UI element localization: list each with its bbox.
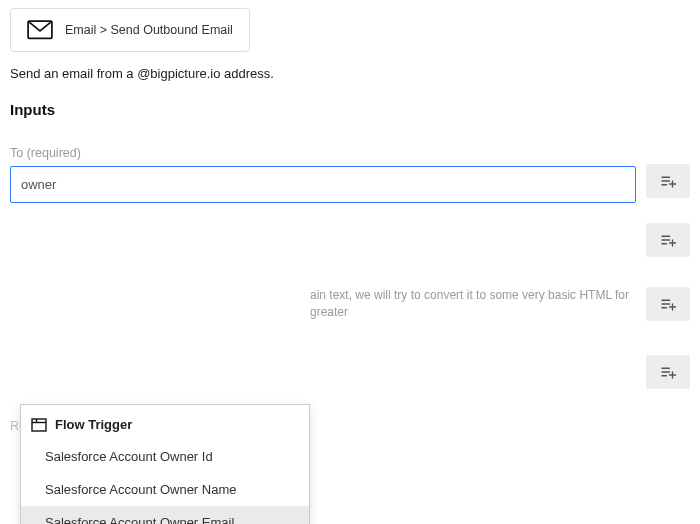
dropdown-item[interactable]: Salesforce Account Owner Name xyxy=(21,473,309,506)
email-icon xyxy=(27,19,53,41)
dropdown-group-label: Flow Trigger xyxy=(55,417,132,432)
body-helper-text: ain text, we will try to convert it to s… xyxy=(10,287,636,321)
dropdown-item[interactable]: Salesforce Account Owner Email xyxy=(21,506,309,524)
svg-rect-21 xyxy=(32,419,46,431)
insert-variable-button-3[interactable] xyxy=(646,287,690,321)
insert-variable-button-to[interactable] xyxy=(646,164,690,198)
variable-dropdown: Flow Trigger Salesforce Account Owner Id… xyxy=(20,404,310,524)
insert-variable-button-4[interactable] xyxy=(646,355,690,389)
inputs-heading: Inputs xyxy=(10,101,690,118)
dropdown-item[interactable]: Salesforce Account Owner Id xyxy=(21,440,309,473)
dropdown-group-header: Flow Trigger xyxy=(21,407,309,440)
insert-variable-button-2[interactable] xyxy=(646,223,690,257)
to-label: To (required) xyxy=(10,146,636,160)
to-input[interactable] xyxy=(21,177,625,192)
flow-trigger-icon xyxy=(31,418,47,432)
action-header-card: Email > Send Outbound Email xyxy=(10,8,250,52)
breadcrumb: Email > Send Outbound Email xyxy=(65,23,233,37)
action-description: Send an email from a @bigpicture.io addr… xyxy=(10,66,690,81)
to-input-wrap[interactable] xyxy=(10,166,636,203)
